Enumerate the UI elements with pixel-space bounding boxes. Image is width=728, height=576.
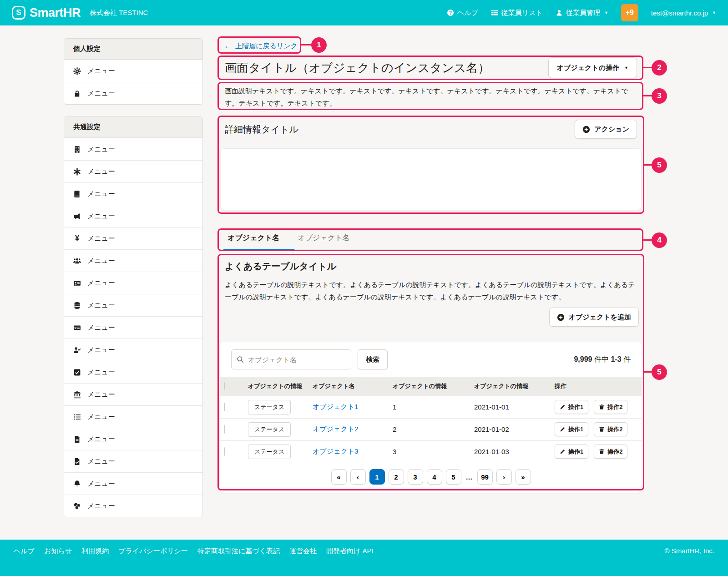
last-page-button[interactable]: » — [516, 469, 531, 485]
footer-link-news[interactable]: お知らせ — [44, 547, 72, 556]
detail-section-header: 詳細情報タイトル アクション — [220, 119, 642, 139]
sidebar-item-menu[interactable]: メニュー — [64, 205, 202, 227]
notification-badge[interactable]: +9 — [621, 4, 638, 21]
tab-object-1[interactable]: オブジェクト名 — [228, 233, 279, 243]
table-row: ステータス オブジェクト1 1 2021-01-01 操作1 操作2 — [220, 396, 642, 418]
sidebar-item-menu[interactable]: メニュー — [64, 160, 202, 182]
sidebar-item-label: メニュー — [87, 368, 115, 377]
footer-link-commerce-law[interactable]: 特定商取引法に基づく表記 — [197, 547, 280, 556]
delete-button[interactable]: 操作2 — [594, 400, 627, 414]
employee-admin-menu[interactable]: 従業員管理 ▼ — [556, 9, 608, 17]
sidebar-item-menu[interactable]: メニュー — [64, 495, 202, 517]
sidebar-item-menu[interactable]: ¥ メニュー — [64, 227, 202, 249]
sidebar-item-label: メニュー — [87, 480, 115, 488]
footer-link-developer-api[interactable]: 開発者向け API — [326, 547, 374, 556]
back-link[interactable]: ← 上階層に戻るリンク — [224, 40, 298, 52]
pagination: « ‹ 1 2 3 4 5 … 99 › » — [220, 463, 642, 493]
annotation-line-3 — [643, 95, 652, 96]
result-count: 9,999 件中 1-3 件 — [574, 355, 631, 364]
page-button[interactable]: 4 — [427, 469, 442, 485]
next-page-button[interactable]: › — [496, 469, 512, 485]
delete-button[interactable]: 操作2 — [594, 422, 627, 436]
sidebar-item-menu[interactable]: メニュー — [64, 383, 202, 405]
app-footer: ヘルプ お知らせ 利用規約 プライバシーポリシー 特定商取引法に基づく表記 運営… — [0, 540, 728, 576]
edit-button[interactable]: 操作1 — [555, 422, 588, 436]
header-nav: ? ヘルプ 従業員リスト 従業員管理 ▼ +9 test@smarthr.co.… — [447, 4, 716, 21]
employee-admin-label: 従業員管理 — [566, 9, 600, 17]
add-object-button[interactable]: オブジェクトを追加 — [549, 308, 639, 327]
sidebar-item-menu[interactable]: メニュー — [64, 138, 202, 160]
annotation-line-5b — [644, 371, 652, 373]
table-section-description: よくあるテーブルの説明テキストです。よくあるテーブルの説明テキストです。よくある… — [220, 278, 642, 303]
page-button[interactable]: 5 — [446, 469, 461, 485]
sidebar-item-menu[interactable]: メニュー — [64, 82, 202, 104]
object-info-cell: 3 — [389, 440, 470, 463]
search-button[interactable]: 検索 — [358, 349, 388, 369]
footer-link-company[interactable]: 運営会社 — [289, 547, 317, 556]
sidebar-item-menu[interactable]: メニュー — [64, 272, 202, 294]
sidebar-item-menu[interactable]: メニュー — [64, 339, 202, 361]
row-checkbox[interactable] — [224, 425, 225, 434]
sidebar-item-menu[interactable]: メニュー — [64, 472, 202, 495]
tab-object-2[interactable]: オブジェクト名 — [298, 233, 349, 243]
edit-button-label: 操作1 — [568, 425, 583, 434]
sidebar-item-label: メニュー — [87, 390, 115, 399]
employee-list-link[interactable]: 従業員リスト — [491, 9, 543, 17]
yen-icon: ¥ — [73, 234, 81, 243]
sidebar-item-menu[interactable]: メニュー — [64, 60, 202, 82]
footer-link-privacy[interactable]: プライバシーポリシー — [118, 547, 188, 556]
object-info-cell: 2 — [389, 418, 470, 440]
sidebar-item-menu[interactable]: メニュー — [64, 361, 202, 383]
smarthr-logo[interactable]: S SmartHR — [12, 6, 81, 20]
select-all-checkbox[interactable] — [224, 382, 225, 390]
status-badge: ステータス — [248, 400, 291, 414]
page-button[interactable]: 3 — [408, 469, 423, 485]
sidebar-item-menu[interactable]: メニュー — [64, 450, 202, 472]
footer-link-terms[interactable]: 利用規約 — [81, 547, 109, 556]
object-link[interactable]: オブジェクト2 — [313, 425, 358, 433]
page-button-last[interactable]: 99 — [477, 469, 493, 485]
prev-page-button[interactable]: ‹ — [350, 469, 366, 485]
sidebar: 個人設定 メニュー メニュー 共通設定 メニュー メニュー メニュー — [64, 38, 203, 529]
account-menu[interactable]: test@smarthr.co.jp ▼ — [651, 9, 716, 17]
object-link[interactable]: オブジェクト3 — [313, 447, 358, 455]
edit-button[interactable]: 操作1 — [555, 400, 588, 414]
footer-link-help[interactable]: ヘルプ — [14, 547, 35, 556]
annotation-line-5a — [644, 164, 652, 166]
company-name: 株式会社 TESTINC — [90, 9, 148, 17]
row-checkbox[interactable] — [224, 403, 225, 411]
coins-icon — [73, 502, 81, 510]
sidebar-item-menu[interactable]: メニュー — [64, 294, 202, 316]
first-page-button[interactable]: « — [331, 469, 347, 485]
help-link[interactable]: ? ヘルプ — [447, 9, 478, 17]
result-count-range: 1-3 — [611, 355, 621, 363]
page-button[interactable]: 2 — [389, 469, 404, 485]
page-button-current[interactable]: 1 — [369, 469, 385, 485]
object-actions-dropdown[interactable]: オブジェクトの操作 ▼ — [548, 57, 637, 78]
sidebar-item-label: メニュー — [87, 234, 115, 243]
trash-icon — [599, 426, 605, 432]
money-check-icon — [73, 324, 81, 332]
edit-button[interactable]: 操作1 — [555, 445, 588, 459]
row-checkbox[interactable] — [224, 447, 225, 456]
back-link-label: 上階層に戻るリンク — [235, 42, 298, 51]
chevron-down-icon: ▼ — [604, 10, 608, 15]
sidebar-item-label: メニュー — [87, 301, 115, 310]
column-header: オブジェクトの情報 — [244, 377, 309, 396]
sidebar-item-menu[interactable]: メニュー — [64, 182, 202, 205]
delete-button[interactable]: 操作2 — [594, 445, 627, 459]
help-label: ヘルプ — [457, 9, 478, 17]
sidebar-item-menu[interactable]: メニュー — [64, 316, 202, 339]
sidebar-item-menu[interactable]: メニュー — [64, 405, 202, 428]
logo-text: SmartHR — [30, 6, 81, 20]
action-button[interactable]: アクション — [575, 120, 637, 139]
sidebar-item-menu[interactable]: メニュー — [64, 249, 202, 272]
sidebar-group-title: 共通設定 — [64, 117, 202, 138]
object-link[interactable]: オブジェクト1 — [313, 403, 358, 410]
building-icon — [73, 146, 81, 153]
annotation-marker-3: 3 — [652, 88, 667, 104]
sidebar-item-label: メニュー — [87, 89, 115, 98]
search-input[interactable] — [231, 349, 351, 369]
page: S SmartHR 株式会社 TESTINC ? ヘルプ 従業員リスト 従業員管… — [0, 0, 728, 576]
sidebar-item-menu[interactable]: メニュー — [64, 428, 202, 450]
